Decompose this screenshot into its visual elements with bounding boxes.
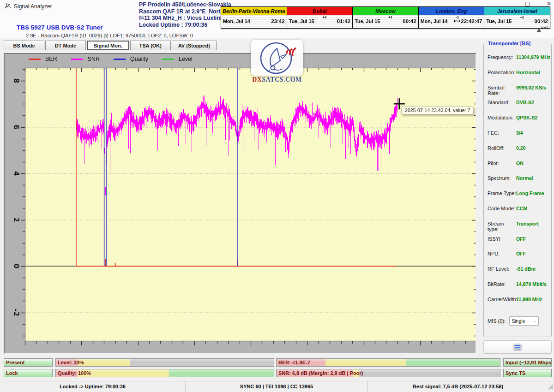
clock-date: Tue, Jul 15 — [289, 18, 314, 24]
clock-city-label: Berlin-Paris-Vienna-Roma — [221, 7, 287, 15]
clock-date: Tue, Jul 15 — [355, 18, 380, 24]
statusbar-best-signal: Best signal: 7,5 dB (2025-07-12 23:58) — [368, 381, 548, 392]
clock-city-label: Moscow — [353, 7, 418, 15]
tp-row-carrierwidth: CarrierWidth:11,998 MHz — [484, 297, 551, 312]
tp-row-standard: Standard:DVB-S2 — [484, 100, 551, 115]
statusbar-sync-counters: SYNC 60 | TEI 1098 | CC 13965 — [186, 381, 368, 392]
clock-utc-offset: +2 — [322, 16, 326, 19]
clock-date: Tue, Jul 15 — [486, 18, 512, 24]
tp-row-spectrum: Spectrum:Normal — [484, 175, 551, 190]
clock-utc-offset: +1 — [388, 16, 392, 19]
dxsatcs-logo — [251, 40, 303, 76]
dxsatcs-wordmark: DXSATCS.COM — [233, 76, 321, 83]
chevron-down-icon: ⌄ — [533, 319, 537, 323]
lock-indicator: Lock — [4, 369, 53, 377]
signal-chart-panel: BER SNR Quality Level — [4, 53, 476, 354]
tp-row-modulation: Modulation:QPSK-S2 — [484, 115, 551, 130]
close-button[interactable]: ✕ — [545, 0, 553, 7]
tp-row-code-mode: Code Mode:CCM — [484, 206, 551, 221]
tuner-subtitle: 2.9E - Rascom-QAF1R (ID: 0029) @ LOF1: 9… — [26, 33, 193, 38]
tp-row-rf-level: RF Level:-51 dBm — [484, 266, 551, 281]
legend-item-snr: SNR — [71, 56, 100, 62]
tp-row-mis: MIS (0): Single⌄ — [488, 316, 548, 326]
snr-bar: SNR: 6,8 dB (Margin: 2,8 dB | Poor) — [276, 369, 500, 377]
chart-legend: BER SNR Quality Level — [29, 56, 193, 62]
clock-city-label: Jerusalem-Israel — [484, 7, 550, 15]
tab-tsa[interactable]: TSA (OK) — [130, 41, 171, 50]
clock-body: Mon, Jul 14 23:42 — [221, 15, 287, 28]
transponder-title: Transponder [BS] — [487, 41, 532, 46]
satellite-dish-icon — [4, 2, 11, 11]
tp-row-fec: FEC:3/4 — [484, 130, 551, 145]
tp-row-bitrate: BitRate:14,879 Mbit/s — [484, 281, 551, 297]
window-title: Signal Analyzer — [14, 3, 52, 10]
level-bar: Level: 33% — [55, 358, 274, 367]
statusbar: Locked -> Uptime: 79:00:36 SYNC 60 | TEI… — [0, 381, 554, 392]
mis-dropdown[interactable]: Single⌄ — [509, 316, 539, 326]
signal-chart-canvas[interactable] — [5, 54, 476, 353]
info-line: PF Prodelin 450/Lučenec-Slovakia — [139, 1, 227, 8]
antenna-info-block: PF Prodelin 450/Lučenec-Slovakia Rascom … — [139, 1, 227, 28]
clock-body: Tue, Jul 15 +2 01:42 — [287, 15, 353, 28]
tp-row-polarization: Polarization:Horizontal — [484, 70, 551, 85]
clock-body: Tue, Jul 15 +1 00:42 — [353, 15, 418, 28]
tuner-title: TBS 5927 USB DVB-S2 Tuner — [17, 24, 103, 31]
tab-dt-mode[interactable]: DT Mode — [45, 41, 86, 50]
snr-line-swatch — [71, 59, 83, 60]
mini-dish-icon — [536, 26, 548, 35]
clock-time: 23:42 — [271, 18, 284, 24]
legend-item-quality: Quality — [114, 56, 148, 62]
quality-line-swatch — [114, 59, 126, 60]
tp-row-npd: NPD:OFF — [484, 251, 551, 266]
level-line-swatch — [162, 59, 174, 60]
tab-bs-mode[interactable]: BS Mode — [4, 41, 44, 50]
clock-city-label: London, Eng — [419, 7, 484, 15]
resize-grip[interactable] — [548, 383, 554, 392]
tp-row-symbol-rate: Symbol Rate:9999,02 KS/s — [484, 85, 551, 100]
sync-ts-indicator: Sync TS — [503, 369, 552, 377]
ts-capture-button[interactable] — [483, 340, 552, 354]
chart-tooltip: 2025-07-14 23.42.04, value: 7 — [401, 107, 474, 114]
mode-tab-bar: BS Mode DT Mode Signal Mon. TSA (OK) AV … — [4, 41, 217, 50]
clock-london: London, Eng Mon, Jul 14 -1DST 22:42:47 — [419, 7, 485, 28]
dxsatcs-emblem-icon — [254, 41, 300, 74]
world-clock-panel: Berlin-Paris-Vienna-Roma Mon, Jul 14 23:… — [221, 6, 550, 29]
clock-time: 22:42:47 — [461, 18, 482, 24]
legend-item-level: Level — [162, 56, 193, 62]
clock-utc-offset: -1DST — [454, 16, 461, 23]
input-indicator: Input (~13,91 Mbps) — [503, 358, 552, 367]
quality-bar: Quality: 100% — [55, 369, 274, 377]
clock-city-label: Dubai — [287, 7, 353, 15]
info-line: Locked Uptime : 79:00:36 — [139, 22, 227, 29]
clock-date: Mon, Jul 14 — [223, 18, 250, 24]
clock-time: 00:42 — [535, 18, 548, 24]
recorder-icon — [513, 344, 522, 351]
clock-dubai: Dubai Tue, Jul 15 +2 01:42 — [287, 7, 353, 28]
clock-time: 01:42 — [337, 18, 350, 24]
statusbar-uptime: Locked -> Uptime: 79:00:36 — [0, 381, 186, 392]
present-indicator: Present — [4, 358, 53, 367]
info-line: f=11 304 MHz_H : Vicus Luxlink — [139, 15, 227, 22]
info-line: Rascom QAF 1R at 2.9°E_North — [139, 8, 227, 15]
tab-av[interactable]: AV (Stopped) — [172, 41, 217, 50]
tp-row-pilot: Pilot:ON — [484, 160, 551, 176]
transponder-rows: Frequency:11304,979 MHz Polarization:Hor… — [484, 54, 551, 312]
tp-row-frequency: Frequency:11304,979 MHz — [484, 54, 551, 70]
clock-jerusalem: Jerusalem-Israel Tue, Jul 15 +1 00:42 — [484, 7, 550, 28]
transponder-panel: Transponder [BS] Frequency:11304,979 MHz… — [483, 44, 552, 337]
clock-body: Mon, Jul 14 -1DST 22:42:47 — [419, 15, 484, 28]
clock-time: 00:42 — [403, 18, 416, 24]
tp-row-rolloff: RollOff:0.20 — [484, 145, 551, 160]
tp-row-frame-type: Frame Type:Long Frame — [484, 190, 551, 206]
clock-moscow: Moscow Tue, Jul 15 +1 00:42 — [353, 7, 419, 28]
legend-item-ber: BER — [29, 56, 57, 62]
tab-signal-mon[interactable]: Signal Mon. — [87, 41, 129, 50]
ber-bar: BER: <1.0E-7 — [276, 358, 500, 367]
clock-date: Mon, Jul 14 — [421, 18, 448, 24]
tp-row-issyi: ISSYIOFF — [484, 236, 551, 251]
clock-berlin-paris-vienna-roma: Berlin-Paris-Vienna-Roma Mon, Jul 14 23:… — [221, 7, 287, 28]
tp-row-stream-type: Stream type:Transport — [484, 221, 551, 236]
signal-analyzer-window: Signal Analyzer ▢ ✕ TBS 5927 USB DVB-S2 … — [0, 0, 554, 392]
ber-line-swatch — [29, 59, 41, 60]
maximize-button[interactable]: ▢ — [524, 0, 532, 7]
